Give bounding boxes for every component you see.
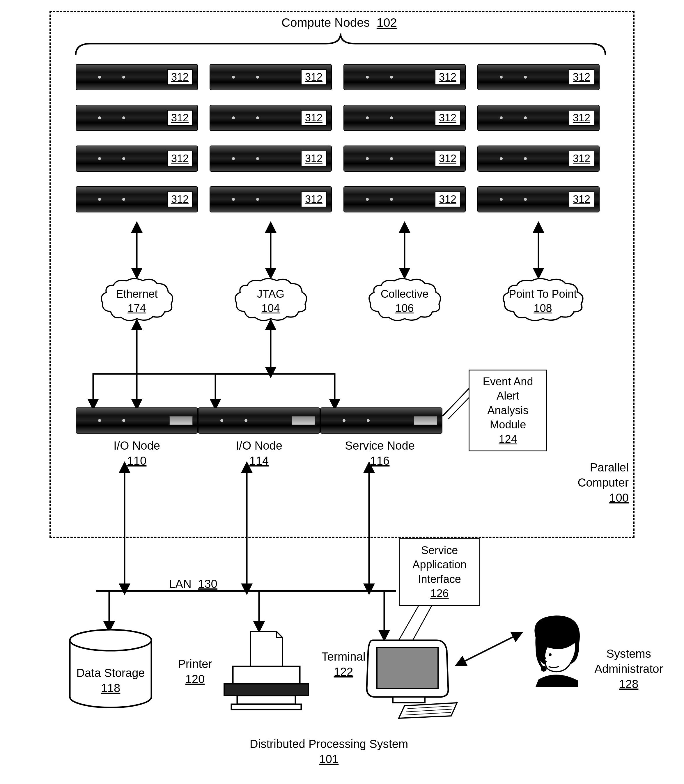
cloud-label: Ethernet <box>99 287 175 301</box>
cloud-label: JTAG <box>233 287 308 301</box>
service-node <box>320 407 442 434</box>
compute-nodes-title: Compute Nodes 102 <box>278 16 400 30</box>
callout-line: Analysis <box>475 403 540 418</box>
node-ref: 312 <box>167 192 193 207</box>
node-ref: 312 <box>435 192 460 207</box>
cloud-label: Point To Point <box>501 287 585 301</box>
cloud-ptp: Point To Point 108 <box>501 276 585 323</box>
compute-node: 312 <box>344 145 466 172</box>
node-ref: 312 <box>301 69 327 85</box>
title-ref: 102 <box>377 16 397 29</box>
svg-rect-25 <box>393 697 425 703</box>
compute-node: 312 <box>478 64 600 90</box>
cloud-ethernet: Ethernet 174 <box>99 276 175 323</box>
lan-label: LAN 130 <box>169 576 245 591</box>
callout-line: Interface <box>405 572 474 586</box>
svg-line-17 <box>460 634 518 663</box>
callout-line: Application <box>405 558 474 572</box>
callout-line: Module <box>475 418 540 432</box>
node-ref: 312 <box>435 151 460 166</box>
event-alert-module-callout: Event And Alert Analysis Module 124 <box>469 369 547 452</box>
compute-node: 312 <box>76 186 198 213</box>
storage-ref: 118 <box>101 682 121 694</box>
node-ref: 312 <box>435 69 460 85</box>
node-ref: 312 <box>569 69 594 85</box>
node-ref: 312 <box>167 110 193 126</box>
compute-node: 312 <box>76 64 198 90</box>
node-ref: 312 <box>569 192 594 207</box>
node-ref: 312 <box>301 151 327 166</box>
terminal-label: Terminal122 <box>315 649 373 679</box>
admin-label: Systems Administrator128 <box>585 646 672 692</box>
terminal <box>361 634 460 719</box>
svg-rect-21 <box>224 684 308 695</box>
cloud-label: Collective <box>367 287 442 301</box>
footer-label: Distributed Processing System101 <box>227 736 431 766</box>
callout-ref: 126 <box>405 586 474 601</box>
callout-ref: 124 <box>475 432 540 447</box>
svg-rect-24 <box>377 647 438 688</box>
compute-node-grid: 312 312 312 312 312 312 312 312 312 312 … <box>76 64 600 213</box>
node-ref: 312 <box>167 69 193 85</box>
printer-icon <box>215 629 311 716</box>
svg-point-30 <box>541 666 547 672</box>
patent-diagram: Compute Nodes 102 312 312 312 312 312 31… <box>6 6 678 778</box>
node-ref: 312 <box>301 110 327 126</box>
svg-rect-20 <box>233 666 300 684</box>
callout-line: Alert <box>475 389 540 403</box>
compute-node: 312 <box>210 64 332 90</box>
node-ref: 312 <box>301 192 327 207</box>
node-ref: 312 <box>435 110 460 126</box>
printer-label: Printer120 <box>170 656 220 687</box>
compute-node: 312 <box>210 145 332 172</box>
cloud-ref: 106 <box>367 301 442 315</box>
compute-node: 312 <box>478 145 600 172</box>
service-app-interface-callout: Service Application Interface 126 <box>399 539 480 606</box>
service-node-label: Service Node116 <box>332 438 428 468</box>
printer <box>215 629 311 716</box>
svg-rect-22 <box>237 695 295 704</box>
compute-node: 312 <box>344 105 466 131</box>
callout-line: Service <box>405 543 474 558</box>
storage-label: Data Storage <box>76 666 145 679</box>
compute-node: 312 <box>210 105 332 131</box>
io-node <box>76 407 198 434</box>
compute-node: 312 <box>76 105 198 131</box>
parallel-computer-label: Parallel Computer100 <box>562 460 629 505</box>
cloud-ref: 108 <box>501 301 585 315</box>
compute-node: 312 <box>210 186 332 213</box>
svg-point-29 <box>548 653 552 656</box>
io-node-label-2: I/O Node114 <box>217 438 301 468</box>
node-ref: 312 <box>569 151 594 166</box>
compute-node: 312 <box>344 186 466 213</box>
compute-node: 312 <box>76 145 198 172</box>
io-node-label-1: I/O Node110 <box>95 438 179 468</box>
io-node <box>198 407 320 434</box>
cloud-ref: 174 <box>99 301 175 315</box>
cloud-collective: Collective 106 <box>367 276 442 323</box>
compute-node: 312 <box>478 105 600 131</box>
systems-administrator <box>518 611 594 687</box>
title-text: Compute Nodes <box>281 16 370 29</box>
compute-node: 312 <box>478 186 600 213</box>
cloud-jtag: JTAG 104 <box>233 276 308 323</box>
terminal-icon <box>361 634 460 719</box>
svg-rect-23 <box>231 704 301 710</box>
data-storage: Data Storage 118 <box>67 629 154 710</box>
cloud-ref: 104 <box>233 301 308 315</box>
svg-point-19 <box>70 630 152 651</box>
node-ref: 312 <box>167 151 193 166</box>
person-icon <box>518 611 594 687</box>
compute-node: 312 <box>344 64 466 90</box>
callout-line: Event And <box>475 374 540 389</box>
node-ref: 312 <box>569 110 594 126</box>
